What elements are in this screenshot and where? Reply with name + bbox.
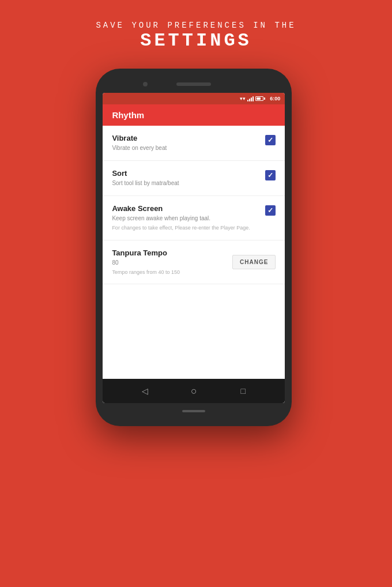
- battery-fill: [257, 97, 261, 100]
- setting-item-sort: Sort Sort tool list by matra/beat: [103, 161, 285, 196]
- setting-label-sort: Sort: [112, 169, 259, 178]
- setting-item-tanpura-tempo: Tanpura Tempo 80 Tempo ranges from 40 to…: [103, 240, 285, 285]
- signal-bar-1: [247, 100, 248, 101]
- phone-bottom-bar: [103, 403, 285, 419]
- setting-item-vibrate: Vibrate Vibrate on every beat: [103, 126, 285, 161]
- change-tempo-button[interactable]: CHANGE: [232, 255, 276, 269]
- setting-text-sort: Sort Sort tool list by matra/beat: [112, 169, 259, 187]
- nav-home-button[interactable]: [185, 382, 202, 400]
- setting-note-tanpura-tempo: Tempo ranges from 40 to 150: [112, 269, 227, 276]
- setting-label-awake-screen: Awake Screen: [112, 204, 259, 213]
- phone-top-bar: [103, 76, 285, 93]
- phone-device: ▾▾ 6:00: [96, 69, 292, 426]
- header-title: SETTINGS: [96, 30, 296, 51]
- status-time: 6:00: [270, 96, 280, 101]
- battery-body: [255, 96, 263, 101]
- status-bar: ▾▾ 6:00: [103, 93, 285, 104]
- phone-speaker: [176, 82, 211, 86]
- battery-icon: [255, 96, 265, 101]
- setting-text-vibrate: Vibrate Vibrate on every beat: [112, 134, 259, 152]
- app-bar-title: Rhythm: [112, 110, 144, 120]
- app-bar: Rhythm: [103, 104, 285, 126]
- navigation-bar: [103, 379, 285, 403]
- battery-tip: [264, 97, 265, 100]
- checkbox-awake-screen[interactable]: [265, 205, 276, 216]
- header-subtitle: SAVE YOUR PREFERENCES IN THE: [96, 21, 296, 30]
- home-indicator: [182, 410, 205, 412]
- settings-list: Vibrate Vibrate on every beat Sort Sort …: [103, 126, 285, 379]
- nav-back-button[interactable]: [136, 382, 153, 400]
- setting-note-awake-screen: For changes to take effect, Please re-en…: [112, 224, 259, 232]
- status-icons: ▾▾: [240, 96, 265, 101]
- setting-label-vibrate: Vibrate: [112, 134, 259, 142]
- checkbox-vibrate[interactable]: [265, 135, 276, 145]
- setting-desc-awake-screen: Keep screen awake when playing taal.: [112, 215, 259, 223]
- signal-bar-4: [252, 96, 254, 101]
- setting-desc-sort: Sort tool list by matra/beat: [112, 179, 259, 187]
- signal-bars-icon: [247, 96, 254, 101]
- wifi-icon: ▾▾: [240, 96, 246, 101]
- header-section: SAVE YOUR PREFERENCES IN THE SETTINGS: [96, 21, 296, 51]
- setting-desc-vibrate: Vibrate on every beat: [112, 144, 259, 152]
- setting-item-awake-screen: Awake Screen Keep screen awake when play…: [103, 196, 285, 240]
- phone-screen: ▾▾ 6:00: [103, 93, 285, 403]
- phone-camera: [143, 82, 148, 86]
- setting-text-awake-screen: Awake Screen Keep screen awake when play…: [112, 204, 259, 232]
- setting-text-tanpura-tempo: Tanpura Tempo 80 Tempo ranges from 40 to…: [112, 249, 227, 276]
- setting-label-tanpura-tempo: Tanpura Tempo: [112, 249, 227, 257]
- signal-bar-3: [251, 97, 252, 101]
- signal-bar-2: [249, 99, 250, 101]
- checkbox-sort[interactable]: [265, 170, 276, 180]
- nav-recents-button[interactable]: [235, 382, 252, 400]
- setting-desc-tanpura-tempo: 80: [112, 259, 227, 267]
- page-background: SAVE YOUR PREFERENCES IN THE SETTINGS ▾▾: [96, 0, 296, 426]
